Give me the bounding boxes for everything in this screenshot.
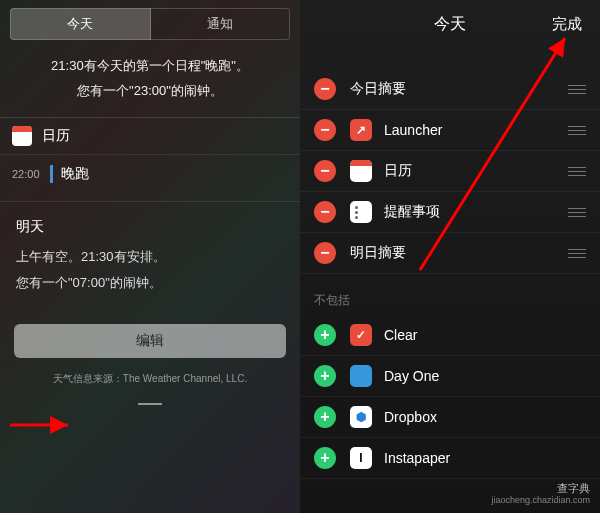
drag-handle-icon[interactable] bbox=[566, 167, 586, 176]
today-summary: 21:30有今天的第一个日程"晚跑"。 您有一个"23:00"的闹钟。 bbox=[0, 40, 300, 117]
calendar-widget-header: 日历 bbox=[0, 117, 300, 155]
minus-icon: − bbox=[320, 245, 329, 261]
tomorrow-summary: 明天 上午有空。21:30有安排。 您有一个"07:00"的闹钟。 bbox=[0, 201, 300, 306]
done-button[interactable]: 完成 bbox=[552, 15, 582, 34]
add-button[interactable]: + bbox=[314, 365, 336, 387]
watermark-sub: jiaocheng.chazidian.com bbox=[491, 495, 590, 507]
dayone-app-icon bbox=[350, 365, 372, 387]
widget-label: Instapaper bbox=[384, 450, 586, 466]
calendar-widget-title: 日历 bbox=[42, 127, 70, 145]
widget-row: − 明日摘要 bbox=[300, 233, 600, 274]
widget-label: Clear bbox=[384, 327, 586, 343]
minus-icon: − bbox=[320, 122, 329, 138]
drag-handle-icon[interactable] bbox=[566, 126, 586, 135]
plus-icon: + bbox=[320, 327, 329, 343]
remove-button[interactable]: − bbox=[314, 201, 336, 223]
today-tabs: 今天 通知 bbox=[0, 0, 300, 40]
plus-icon: + bbox=[320, 450, 329, 466]
remove-button[interactable]: − bbox=[314, 119, 336, 141]
widget-row: − 提醒事项 bbox=[300, 192, 600, 233]
widget-label: 明日摘要 bbox=[350, 244, 566, 262]
edit-nav-bar: 今天 完成 bbox=[300, 0, 600, 45]
minus-icon: − bbox=[320, 163, 329, 179]
instapaper-app-icon: I bbox=[350, 447, 372, 469]
included-widgets-list: − 今日摘要 − ↗ Launcher − 日历 − bbox=[300, 69, 600, 274]
widget-label: 提醒事项 bbox=[384, 203, 566, 221]
reminders-app-icon bbox=[350, 201, 372, 223]
add-button[interactable]: + bbox=[314, 447, 336, 469]
drag-handle-icon[interactable] bbox=[566, 249, 586, 258]
minus-icon: − bbox=[320, 204, 329, 220]
add-button[interactable]: + bbox=[314, 324, 336, 346]
widget-label: Dropbox bbox=[384, 409, 586, 425]
watermark: 查字典 jiaocheng.chazidian.com bbox=[491, 481, 590, 507]
dropbox-app-icon: ⬢ bbox=[350, 406, 372, 428]
widget-row: + ⬢ Dropbox bbox=[300, 397, 600, 438]
edit-button[interactable]: 编辑 bbox=[14, 324, 286, 358]
calendar-event[interactable]: 22:00 晚跑 bbox=[0, 155, 300, 201]
event-title: 晚跑 bbox=[61, 165, 89, 183]
tomorrow-title: 明天 bbox=[16, 212, 284, 240]
minus-icon: − bbox=[320, 81, 329, 97]
event-time: 22:00 bbox=[12, 168, 50, 180]
tab-notifications[interactable]: 通知 bbox=[151, 8, 291, 40]
remove-button[interactable]: − bbox=[314, 242, 336, 264]
excluded-section-header: 不包括 bbox=[300, 274, 600, 315]
widget-row: − 日历 bbox=[300, 151, 600, 192]
weather-credit: 天气信息来源：The Weather Channel, LLC. bbox=[0, 364, 300, 390]
event-color-bar bbox=[50, 165, 53, 183]
summary-line-2: 您有一个"23:00"的闹钟。 bbox=[16, 79, 284, 104]
plus-icon: + bbox=[320, 368, 329, 384]
widget-label: Launcher bbox=[384, 122, 566, 138]
widget-row: + I Instapaper bbox=[300, 438, 600, 479]
drag-handle-icon[interactable] bbox=[566, 85, 586, 94]
calendar-icon bbox=[12, 126, 32, 146]
plus-icon: + bbox=[320, 409, 329, 425]
excluded-widgets-list: + ✓ Clear + Day One + ⬢ Dropbox + I bbox=[300, 315, 600, 479]
widget-row: + Day One bbox=[300, 356, 600, 397]
widget-label: 今日摘要 bbox=[350, 80, 566, 98]
remove-button[interactable]: − bbox=[314, 160, 336, 182]
clear-app-icon: ✓ bbox=[350, 324, 372, 346]
grab-handle[interactable] bbox=[0, 390, 300, 412]
widget-row: − ↗ Launcher bbox=[300, 110, 600, 151]
nav-title: 今天 bbox=[434, 14, 466, 35]
summary-line-1: 21:30有今天的第一个日程"晚跑"。 bbox=[16, 54, 284, 79]
launcher-app-icon: ↗ bbox=[350, 119, 372, 141]
drag-handle-icon[interactable] bbox=[566, 208, 586, 217]
widget-row: − 今日摘要 bbox=[300, 69, 600, 110]
tab-today[interactable]: 今天 bbox=[10, 8, 151, 40]
widget-label: 日历 bbox=[384, 162, 566, 180]
watermark-main: 查字典 bbox=[491, 481, 590, 495]
widget-row: + ✓ Clear bbox=[300, 315, 600, 356]
add-button[interactable]: + bbox=[314, 406, 336, 428]
calendar-app-icon bbox=[350, 160, 372, 182]
widget-label: Day One bbox=[384, 368, 586, 384]
tomorrow-line-2: 您有一个"07:00"的闹钟。 bbox=[16, 270, 284, 296]
tomorrow-line-1: 上午有空。21:30有安排。 bbox=[16, 244, 284, 270]
remove-button[interactable]: − bbox=[314, 78, 336, 100]
